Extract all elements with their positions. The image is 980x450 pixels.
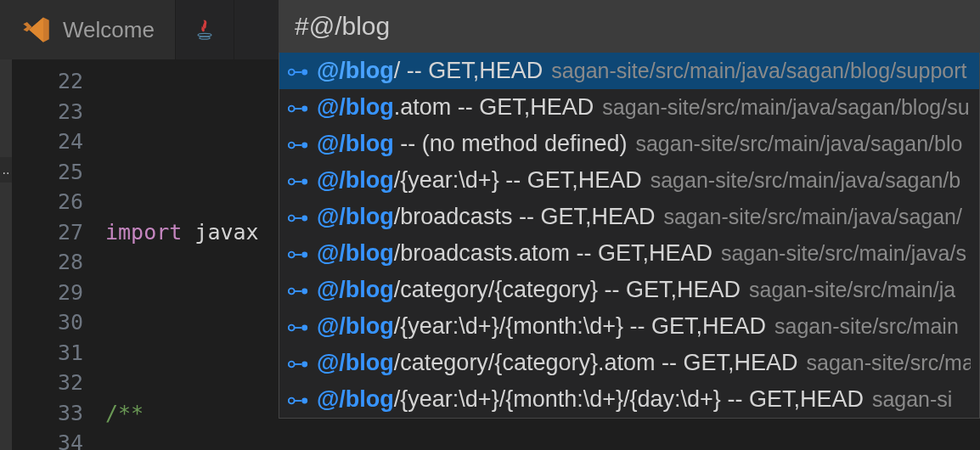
line-number: 22 — [12, 66, 105, 97]
line-number: 26 — [12, 187, 105, 217]
svg-point-27 — [301, 361, 307, 367]
svg-point-8 — [289, 142, 295, 148]
svg-point-17 — [289, 251, 295, 257]
quick-open-results: @/blog/ -- GET,HEADsagan-site/src/main/j… — [279, 53, 980, 419]
result-path: sagan-site/src/main/java/sagan/blo — [635, 132, 962, 156]
svg-point-15 — [301, 215, 307, 221]
line-number: 29 — [12, 278, 105, 308]
svg-point-0 — [198, 33, 211, 37]
result-label: @/blog/ -- GET,HEAD — [317, 58, 543, 84]
result-path: sagan-site/src/ma — [807, 351, 971, 375]
quick-open-result[interactable]: @/blog/category/{category} -- GET,HEADsa… — [279, 272, 979, 308]
endpoint-icon — [288, 212, 308, 224]
result-label: @/blog/{year:\d+} -- GET,HEAD — [317, 167, 642, 194]
svg-point-2 — [289, 69, 295, 75]
vscode-icon — [20, 14, 51, 45]
svg-point-3 — [301, 69, 307, 75]
result-label: @/blog/{year:\d+}/{month:\d+} -- GET,HEA… — [317, 313, 766, 340]
line-number: 23 — [12, 97, 105, 127]
line-number: 34 — [12, 428, 105, 450]
quick-open-result[interactable]: @/blog/{year:\d+} -- GET,HEADsagan-site/… — [279, 162, 979, 199]
svg-point-6 — [301, 105, 307, 111]
activity-indicator: .. — [0, 157, 12, 183]
endpoint-icon — [288, 358, 308, 370]
quick-open-result[interactable]: @/blog/broadcasts -- GET,HEADsagan-site/… — [279, 199, 979, 235]
quick-open-panel: @/blog/ -- GET,HEADsagan-site/src/main/j… — [279, 0, 980, 419]
endpoint-icon — [288, 66, 308, 78]
result-label: @/blog/{year:\d+}/{month:\d+}/{day:\d+} … — [317, 386, 864, 413]
result-path: sagan-site/src/main/java/sagan/blog/supp… — [551, 59, 966, 83]
result-path: sagan-site/src/main/java/sagan/blog/su — [602, 95, 969, 120]
svg-point-1 — [200, 37, 210, 39]
result-path: sagan-site/src/main/java/sagan/b — [651, 168, 960, 193]
tab-welcome[interactable]: Welcome — [0, 0, 176, 59]
svg-point-18 — [301, 251, 307, 257]
result-path: sagan-site/src/main/java/sagan/ — [663, 205, 962, 229]
result-path: sagan-si — [872, 387, 953, 412]
activity-bar — [0, 59, 12, 450]
svg-point-11 — [289, 178, 295, 184]
result-label: @/blog -- (no method defined) — [317, 131, 627, 157]
result-label: @/blog.atom -- GET,HEAD — [317, 94, 594, 121]
quick-open-result[interactable]: @/blog/{year:\d+}/{month:\d+} -- GET,HEA… — [279, 308, 979, 345]
code-text: javax — [182, 220, 258, 245]
endpoint-icon — [288, 103, 308, 115]
result-label: @/blog/category/{category} -- GET,HEAD — [317, 277, 741, 303]
quick-open-result[interactable]: @/blog/ -- GET,HEADsagan-site/src/main/j… — [279, 53, 979, 89]
code-comment: /** — [105, 401, 144, 425]
endpoint-icon — [288, 322, 308, 334]
svg-point-20 — [289, 288, 295, 294]
svg-point-26 — [289, 361, 295, 367]
endpoint-icon — [288, 285, 308, 297]
svg-point-30 — [301, 397, 307, 403]
result-label: @/blog/broadcasts.atom -- GET,HEAD — [317, 240, 712, 267]
tab-welcome-label: Welcome — [63, 17, 155, 43]
line-number: 31 — [12, 338, 105, 368]
line-number: 33 — [12, 398, 105, 429]
endpoint-icon — [288, 176, 308, 188]
line-number: 24 — [12, 127, 105, 157]
svg-point-24 — [301, 324, 307, 330]
line-number: 27 — [12, 217, 105, 248]
svg-point-5 — [289, 105, 295, 111]
quick-open-result[interactable]: @/blog/broadcasts.atom -- GET,HEADsagan-… — [279, 235, 979, 272]
endpoint-icon — [288, 395, 308, 407]
result-label: @/blog/category/{category}.atom -- GET,H… — [317, 350, 798, 376]
svg-point-29 — [289, 397, 295, 403]
quick-open-result[interactable]: @/blog/category/{category}.atom -- GET,H… — [279, 345, 979, 381]
quick-open-input[interactable] — [279, 0, 980, 53]
line-number: 28 — [12, 247, 105, 278]
line-number: 30 — [12, 307, 105, 338]
svg-point-23 — [289, 324, 295, 330]
code-keyword: import — [105, 220, 182, 245]
svg-point-21 — [301, 288, 307, 294]
tab-java[interactable] — [176, 0, 234, 59]
java-icon — [193, 18, 217, 42]
result-label: @/blog/broadcasts -- GET,HEAD — [317, 204, 655, 230]
result-path: sagan-site/src/main/java/s — [721, 241, 966, 266]
endpoint-icon — [288, 249, 308, 261]
svg-point-12 — [301, 178, 307, 184]
endpoint-icon — [288, 139, 308, 151]
line-gutter: 22 23 24 25 26 27 28 29 30 31 32 33 34 — [12, 59, 105, 450]
quick-open-result[interactable]: @/blog.atom -- GET,HEADsagan-site/src/ma… — [279, 89, 979, 126]
quick-open-result[interactable]: @/blog/{year:\d+}/{month:\d+}/{day:\d+} … — [279, 381, 979, 418]
result-path: sagan-site/src/main — [774, 314, 959, 339]
svg-point-14 — [289, 215, 295, 221]
line-number: 32 — [12, 368, 105, 398]
quick-open-result[interactable]: @/blog -- (no method defined)sagan-site/… — [279, 126, 979, 162]
result-path: sagan-site/src/main/ja — [749, 278, 955, 302]
line-number: 25 — [12, 157, 105, 188]
svg-point-9 — [301, 142, 307, 148]
